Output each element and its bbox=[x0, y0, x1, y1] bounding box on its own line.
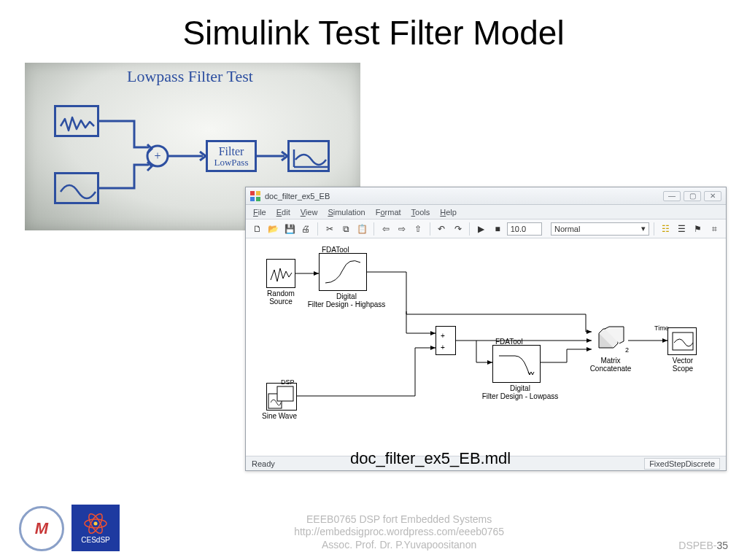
block-vector-scope[interactable] bbox=[667, 327, 697, 355]
menu-edit[interactable]: Edit bbox=[276, 208, 290, 217]
menu-view[interactable]: View bbox=[301, 208, 318, 217]
new-icon[interactable]: 🗋 bbox=[250, 222, 264, 236]
simulink-window: doc_filter_ex5_EB — ▢ ✕ File Edit View S… bbox=[245, 187, 727, 471]
minimize-button[interactable]: — bbox=[663, 191, 681, 201]
block-lowpass[interactable] bbox=[492, 345, 541, 383]
run-icon[interactable]: ▶ bbox=[474, 222, 488, 236]
up-icon[interactable]: ⇧ bbox=[411, 222, 425, 236]
menu-help[interactable]: Help bbox=[440, 208, 457, 217]
svg-text:+: + bbox=[441, 343, 445, 351]
close-button[interactable]: ✕ bbox=[704, 191, 721, 201]
redo-icon[interactable]: ↷ bbox=[451, 222, 465, 236]
mode-select[interactable]: Normal▾ bbox=[551, 222, 649, 236]
back-icon[interactable]: ⇦ bbox=[379, 222, 392, 236]
wb-filter-block: Filter LowPass bbox=[206, 140, 257, 172]
lib-browser-icon[interactable]: ☷ bbox=[659, 222, 673, 236]
wb-scope-block bbox=[287, 140, 330, 172]
menu-file[interactable]: File bbox=[253, 208, 266, 217]
label-fdatool-1: FDATool bbox=[322, 246, 349, 254]
forward-icon[interactable]: ⇨ bbox=[395, 222, 409, 236]
open-icon[interactable]: 📂 bbox=[266, 222, 280, 236]
label-matrix-concat: MatrixConcatenate bbox=[584, 357, 637, 373]
status-ready: Ready bbox=[252, 459, 275, 468]
stop-icon[interactable]: ■ bbox=[490, 222, 504, 236]
copy-icon[interactable]: ⧉ bbox=[338, 222, 352, 236]
titlebar: doc_filter_ex5_EB — ▢ ✕ bbox=[246, 187, 726, 205]
save-icon[interactable]: 💾 bbox=[283, 222, 297, 236]
build-icon[interactable]: ⌗ bbox=[708, 222, 721, 236]
svg-text:+: + bbox=[441, 332, 445, 340]
slide-title: Simulink Test Filter Model bbox=[0, 13, 747, 52]
svg-point-10 bbox=[94, 521, 98, 525]
toolbar: 🗋 📂 💾 🖨 ✂ ⧉ 📋 ⇦ ⇨ ⇧ ↶ ↷ ▶ ■ 10.0 Normal▾… bbox=[246, 219, 726, 238]
status-solver: FixedStepDiscrete bbox=[644, 458, 720, 470]
canvas-wires bbox=[246, 238, 727, 457]
svg-text:+: + bbox=[154, 149, 160, 162]
block-sum[interactable]: ++ bbox=[436, 326, 456, 355]
debug-icon[interactable]: ⚑ bbox=[691, 222, 705, 236]
slide-footer: M CESdSP EEEB0765 DSP fort Embedded Syst… bbox=[0, 505, 747, 551]
print-icon[interactable]: 🖨 bbox=[299, 222, 313, 236]
filename-overlay: doc_filter_ex5_EB.mdl bbox=[350, 449, 511, 468]
stop-time-field[interactable]: 10.0 bbox=[507, 222, 542, 236]
footer-page: DSPEB-35 bbox=[678, 540, 728, 551]
block-highpass[interactable] bbox=[319, 253, 367, 291]
block-matrix-concat[interactable] bbox=[592, 326, 628, 355]
footer-center-text: EEEB0765 DSP fort Embedded Systems http:… bbox=[120, 513, 678, 552]
simulink-app-icon bbox=[250, 191, 260, 201]
label-random-source: RandomSource bbox=[259, 289, 303, 306]
paste-icon[interactable]: 📋 bbox=[355, 222, 369, 236]
undo-icon[interactable]: ↶ bbox=[435, 222, 449, 236]
label-concat-port: 2 bbox=[625, 346, 629, 354]
model-canvas[interactable]: RandomSource FDATool DigitalFilter Desig… bbox=[246, 238, 726, 456]
menu-tools[interactable]: Tools bbox=[411, 208, 430, 217]
window-title: doc_filter_ex5_EB bbox=[265, 192, 330, 201]
menu-format[interactable]: Format bbox=[376, 208, 401, 217]
menubar: File Edit View Simulation Format Tools H… bbox=[246, 205, 726, 219]
maximize-button[interactable]: ▢ bbox=[684, 191, 701, 201]
block-sine-wave[interactable] bbox=[266, 383, 297, 411]
university-logo: M bbox=[19, 506, 64, 551]
label-vector-scope: VectorScope bbox=[665, 357, 701, 373]
model-explorer-icon[interactable]: ☰ bbox=[675, 222, 689, 236]
menu-simulation[interactable]: Simulation bbox=[328, 208, 365, 217]
label-sine-wave: Sine Wave bbox=[262, 412, 297, 420]
block-random-source[interactable] bbox=[266, 259, 295, 288]
chevron-down-icon: ▾ bbox=[641, 224, 646, 233]
label-highpass: DigitalFilter Design - Highpass bbox=[303, 292, 390, 308]
label-time: Time bbox=[654, 324, 669, 332]
label-dsp: DSP bbox=[281, 378, 295, 386]
label-fdatool-2: FDATool bbox=[495, 338, 523, 346]
label-lowpass: DigitalFilter Design - Lowpass bbox=[476, 384, 564, 400]
cesdsp-logo: CESdSP bbox=[71, 505, 120, 551]
cut-icon[interactable]: ✂ bbox=[322, 222, 336, 236]
svg-rect-3 bbox=[277, 386, 293, 401]
